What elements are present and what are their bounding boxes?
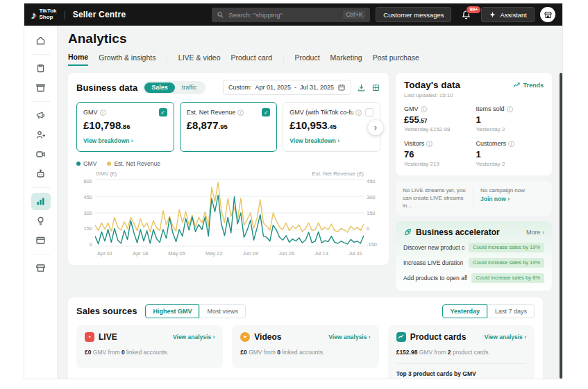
chart-legend: GMV Est. Net Revenue xyxy=(76,160,380,167)
accelerator-item[interactable]: Increase LIVE duration Could increase sa… xyxy=(403,258,544,268)
megaphone-icon xyxy=(35,110,46,121)
filter-most-views[interactable]: Most views xyxy=(199,304,246,318)
sidebar-item-live[interactable] xyxy=(31,146,51,163)
metrics-next-button[interactable] xyxy=(368,120,383,135)
tab-marketing[interactable]: Marketing xyxy=(330,53,362,65)
view-analysis-link[interactable]: View analysis › xyxy=(173,334,215,340)
trends-link[interactable]: Trends xyxy=(513,81,544,89)
table-icon xyxy=(371,83,380,92)
tab-product[interactable]: Product xyxy=(294,53,319,65)
search-input[interactable] xyxy=(228,11,339,19)
table-view-button[interactable] xyxy=(371,83,380,92)
shop-avatar[interactable] xyxy=(540,7,555,22)
source-card-live: ● LIVE View analysis › £0 GMV from 0 lin… xyxy=(76,325,223,368)
metric-value: £8,877.95 xyxy=(187,119,271,131)
filter-highest-gmv[interactable]: Highest GMV xyxy=(145,304,199,318)
sidebar-item-growth[interactable] xyxy=(31,212,51,230)
page-title: Analytics xyxy=(68,31,552,46)
rocket-icon xyxy=(403,227,412,236)
affiliate-icon xyxy=(35,130,46,140)
header-divider: | xyxy=(64,10,66,19)
sidebar-item-service[interactable] xyxy=(31,165,51,182)
metric-card-gmv[interactable]: GMV £10,798.86 View breakdown › xyxy=(76,102,174,152)
storefront-icon xyxy=(544,10,553,19)
uplift-badge: Could increase sales by 19% xyxy=(469,258,544,268)
info-icon[interactable] xyxy=(237,110,244,116)
tiktok-shop-logo[interactable]: ♪ TikTokShop xyxy=(31,8,57,21)
metric-checkbox-checked[interactable] xyxy=(262,108,270,116)
sales-filter-segment: Highest GMV Most views xyxy=(145,304,246,318)
legend-net-revenue: Est. Net Revenue xyxy=(107,160,160,167)
tab-home[interactable]: Home xyxy=(68,53,88,66)
tab-growth-insights[interactable]: Growth & insights xyxy=(99,53,156,65)
tab-divider: | xyxy=(283,56,284,63)
sales-sources-title: Sales sources xyxy=(76,306,137,316)
shop-icon xyxy=(35,263,46,273)
sidebar-item-finance[interactable] xyxy=(31,232,51,249)
business-data-title: Business data xyxy=(76,83,137,93)
tiktok-note-icon: ♪ xyxy=(31,9,37,21)
business-chart-svg xyxy=(95,178,364,248)
sidebar-item-orders[interactable] xyxy=(31,60,51,77)
sidebar-item-products[interactable] xyxy=(31,79,51,96)
customer-messages-button[interactable]: Customer messages xyxy=(376,7,451,22)
accelerator-item[interactable]: Add products to open aff... Could increa… xyxy=(403,273,544,283)
period-segment: Yesterday Last 7 days xyxy=(442,304,535,318)
notification-badge: 99+ xyxy=(466,6,481,14)
join-now-link[interactable]: Join now › xyxy=(480,196,545,204)
sidebar-item-home[interactable] xyxy=(31,32,51,49)
sidebar-item-affiliate[interactable] xyxy=(31,126,51,144)
metric-card-net-revenue[interactable]: Est. Net Revenue £8,877.95 xyxy=(180,102,278,152)
global-search[interactable]: Ctrl+K xyxy=(212,8,370,22)
assistant-button[interactable]: Assistant xyxy=(481,7,535,22)
business-data-card: Business data Sales traffic Custom: Apr … xyxy=(68,73,389,265)
search-shortcut: Ctrl+K xyxy=(343,10,365,19)
metric-card-gmv-cofunded[interactable]: GMV (with TikTok co-fun... £10,953.45 Vi… xyxy=(283,102,380,152)
source-stat: £0 GMV from 0 linked accounts. xyxy=(240,349,370,356)
date-range-picker[interactable]: Custom: Apr 01, 2025 - Jul 31, 2025 xyxy=(223,80,351,95)
sidebar-item-shop[interactable] xyxy=(31,259,51,277)
period-last-7-days[interactable]: Last 7 days xyxy=(487,304,535,318)
metric-checkbox-unchecked[interactable] xyxy=(365,108,373,116)
view-breakdown-link[interactable]: View breakdown › xyxy=(289,137,373,144)
toggle-sales[interactable]: Sales xyxy=(144,83,175,93)
view-breakdown-link[interactable]: View breakdown › xyxy=(83,137,167,144)
stat-items-sold: Items sold 1 Yesterday 2 xyxy=(476,105,544,132)
download-button[interactable] xyxy=(357,83,366,92)
todays-data-card: Today's data Trends Last updated: 15:10 … xyxy=(396,73,552,175)
info-icon[interactable] xyxy=(100,110,106,116)
source-stat: £0 GMV from 0 linked accounts. xyxy=(85,349,215,356)
notifications-button[interactable]: 99+ xyxy=(461,10,471,20)
stat-customers: Customers 1 Yesterday 2 xyxy=(476,140,544,167)
metric-checkbox-checked[interactable] xyxy=(159,108,167,116)
sidebar-item-analytics[interactable] xyxy=(31,193,51,210)
info-icon[interactable] xyxy=(355,110,362,116)
status-notices: No LIVE streams yet, you can create LIVE… xyxy=(396,181,552,216)
uplift-badge: Could increase sales by 19% xyxy=(469,243,544,252)
view-analysis-link[interactable]: View analysis › xyxy=(328,334,370,340)
tab-post-purchase[interactable]: Post purchase xyxy=(373,53,419,65)
info-icon[interactable] xyxy=(426,141,432,147)
trend-icon xyxy=(513,81,521,89)
uplift-badge: Could increase sales by 6% xyxy=(471,273,544,283)
campaign-notice: No campaign now Join now › xyxy=(473,187,545,210)
accelerator-more-link[interactable]: More › xyxy=(526,229,544,236)
period-yesterday[interactable]: Yesterday xyxy=(442,304,487,318)
info-icon[interactable] xyxy=(507,106,513,112)
info-icon[interactable] xyxy=(508,141,514,147)
videos-icon: ▶ xyxy=(240,332,250,342)
view-analysis-link[interactable]: View analysis › xyxy=(485,334,526,340)
app-name: Seller Centre xyxy=(73,10,126,19)
tab-product-card[interactable]: Product card xyxy=(231,53,273,65)
vertical-scrollbar[interactable] xyxy=(560,73,562,379)
analytics-icon xyxy=(35,196,46,207)
tab-live-video[interactable]: LIVE & video xyxy=(178,53,221,65)
toggle-traffic[interactable]: traffic xyxy=(175,83,204,93)
source-card-videos: ▶ Videos View analysis › £0 GMV from 0 l… xyxy=(232,325,378,368)
bank-card-icon xyxy=(35,235,46,245)
live-icon: ● xyxy=(85,332,94,342)
sidebar-item-marketing[interactable] xyxy=(31,107,51,124)
info-icon[interactable] xyxy=(421,106,427,112)
business-chart: 6004503001500 4503001500-150 xyxy=(76,178,380,248)
accelerator-item[interactable]: Discover new product op... Could increas… xyxy=(403,243,544,252)
